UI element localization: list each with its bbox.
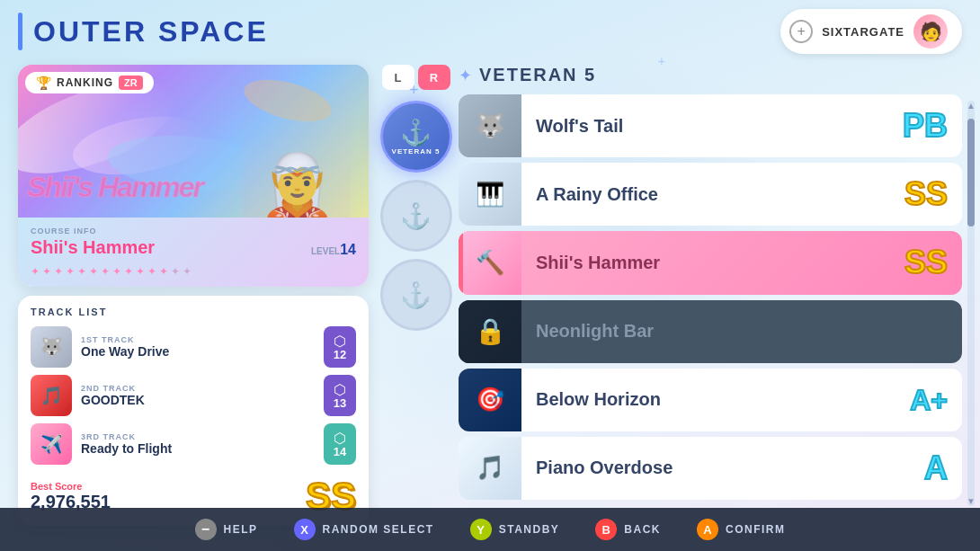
song-name-neonlight: Neonlight Bar (536, 321, 654, 342)
track-2-order: 2ND TRACK (81, 384, 315, 393)
song-item-wolfs-tail[interactable]: 🐺 Wolf's Tail PB (459, 94, 962, 157)
song-grade-wolfs-tail: PB (903, 110, 948, 142)
song-item-neonlight[interactable]: 🔒 Neonlight Bar (459, 300, 962, 363)
song-content-wolfs-tail: Wolf's Tail PB (521, 110, 962, 142)
section-title: VETERAN 5 (479, 65, 596, 85)
ranking-label: RANKING (57, 76, 113, 89)
diff-icon-1: ⚓ (400, 118, 432, 147)
right-panel: ✦ VETERAN 5 ▲ ▼ 🐺 Wolf's Tail PB 🎹 A Rai… (459, 65, 962, 506)
song-item-shii-hammer[interactable]: 🔨 Shii's Hammer SS (459, 231, 962, 294)
song-item-below-horizon[interactable]: 🎯 Below Horizon A+ (459, 369, 962, 431)
track-1-badge: ⬡ 12 (324, 326, 356, 368)
track-list-label: TRACK LIST (31, 307, 356, 317)
diff-icon-2: ⚓ (400, 201, 432, 231)
track-item-1: 🐺 1ST TRACK One Way Drive ⬡ 12 (31, 326, 356, 368)
stars-row: ✦ ✦ ✦ ✦ ✦ ✦ ✦ ✦ ✦ ✦ ✦ ✦ ✦ ✦ (31, 265, 356, 278)
top-bar: OUTER SPACE + SIXTARGATE 🧑 (0, 0, 980, 63)
track-2-level: 13 (334, 397, 346, 409)
song-grade-shii-hammer: SS (904, 246, 948, 279)
track-3-name: Ready to Flight (81, 441, 315, 456)
track-list-panel: TRACK LIST 🐺 1ST TRACK One Way Drive ⬡ 1… (18, 296, 369, 526)
song-thumb-wolfs-tail: 🐺 (459, 94, 521, 157)
left-panel: 🧝 Shii's Hammer 🏆 RANKING ZR COURSE INFO… (18, 65, 369, 526)
song-thumb-below-horizon: 🎯 (459, 369, 521, 431)
section-header: ✦ VETERAN 5 (459, 65, 962, 85)
confirm-button[interactable]: A CONFIRM (697, 519, 786, 540)
course-name: Shii's Hammer (31, 237, 155, 258)
standby-button[interactable]: Y STANDBY (470, 519, 560, 540)
track-thumb-3: ✈️ (31, 423, 72, 465)
page-title-area: OUTER SPACE (18, 13, 269, 50)
song-content-rainy-office: A Rainy Office SS (521, 178, 962, 210)
track-item-3: ✈️ 3RD TRACK Ready to Flight ⬡ 14 (31, 423, 356, 465)
track-info-1: 1ST TRACK One Way Drive (81, 335, 315, 359)
difficulty-selector[interactable]: L R ⚓ VETERAN 5 ⚓ ⚓ (373, 65, 459, 331)
song-content-neonlight: Neonlight Bar (521, 321, 962, 342)
track-1-order: 1ST TRACK (81, 335, 315, 344)
b-icon: B (595, 519, 617, 540)
active-indicator (459, 231, 463, 294)
song-grade-below-horizon: A+ (910, 386, 948, 414)
standby-label: STANDBY (499, 523, 560, 536)
ranking-badge: 🏆 RANKING ZR (25, 72, 154, 93)
track-2-badge: ⬡ 13 (324, 375, 356, 416)
song-item-rainy-office[interactable]: 🎹 A Rainy Office SS (459, 163, 962, 226)
song-content-below-horizon: Below Horizon A+ (521, 386, 962, 414)
random-select-button[interactable]: X RANDOM SELECT (294, 519, 434, 540)
song-grade-piano-overdose: A (924, 452, 948, 484)
track-1-level: 12 (334, 349, 346, 360)
song-list: 🐺 Wolf's Tail PB 🎹 A Rainy Office SS 🔨 S… (459, 94, 962, 500)
song-item-piano-overdose[interactable]: 🎵 Piano Overdose A (459, 437, 962, 500)
track-3-level: 14 (334, 446, 346, 458)
song-thumb-shii-hammer: 🔨 (459, 231, 521, 294)
lock-overlay: 🔒 (459, 300, 521, 363)
diff-icon-3: ⚓ (400, 280, 432, 310)
scrollbar-thumb[interactable] (967, 119, 975, 227)
track-thumb-2: 🎵 (31, 375, 72, 416)
ranking-icon: 🏆 (36, 76, 51, 90)
user-profile[interactable]: + SIXTARGATE 🧑 (780, 9, 962, 54)
scrollbar-track[interactable]: ▲ ▼ (967, 101, 975, 506)
bottom-bar: − HELP X RANDOM SELECT Y STANDBY B BACK … (0, 508, 980, 551)
x-icon: X (294, 519, 316, 540)
tab-l[interactable]: L (382, 65, 414, 90)
track-3-order: 3RD TRACK (81, 432, 315, 441)
diff-label-1: VETERAN 5 (392, 147, 441, 156)
section-sparkle: ✦ (459, 66, 472, 85)
course-card-header: 🧝 Shii's Hammer 🏆 RANKING ZR (18, 65, 369, 218)
y-icon: Y (470, 519, 492, 540)
back-button[interactable]: B BACK (595, 519, 661, 540)
page-title: OUTER SPACE (33, 15, 269, 49)
level-display: LEVEL14 (311, 242, 356, 258)
track-info-3: 3RD TRACK Ready to Flight (81, 432, 315, 456)
song-name-rainy-office: A Rainy Office (536, 184, 658, 205)
a-icon: A (697, 519, 718, 540)
track-info-2: 2ND TRACK GOODTEK (81, 384, 315, 407)
song-content-shii-hammer: Shii's Hammer SS (521, 246, 962, 279)
course-info-label: COURSE INFO (31, 227, 356, 236)
track-3-badge: ⬡ 14 (324, 423, 356, 465)
difficulty-veteran5[interactable]: ⚓ VETERAN 5 (380, 101, 452, 173)
user-name: SIXTARGATE (822, 25, 904, 39)
minus-icon: − (195, 519, 217, 540)
track-item-2: 🎵 2ND TRACK GOODTEK ⬡ 13 (31, 375, 356, 416)
song-name-below-horizon: Below Horizon (536, 389, 661, 410)
track-2-name: GOODTEK (81, 393, 315, 407)
user-avatar: 🧑 (913, 14, 948, 49)
back-label: BACK (624, 523, 661, 536)
tab-r[interactable]: R (418, 65, 450, 90)
track-thumb-1: 🐺 (31, 326, 72, 368)
song-thumb-rainy-office: 🎹 (459, 163, 521, 226)
track-1-name: One Way Drive (81, 344, 315, 359)
help-button[interactable]: − HELP (195, 519, 258, 540)
song-thumb-neonlight: 🔒 (459, 300, 521, 363)
song-grade-rainy-office: SS (904, 178, 948, 210)
difficulty-level2[interactable]: ⚓ (380, 180, 452, 252)
course-card: 🧝 Shii's Hammer 🏆 RANKING ZR COURSE INFO… (18, 65, 369, 287)
difficulty-level3[interactable]: ⚓ (380, 259, 452, 331)
user-add-icon[interactable]: + (789, 20, 813, 43)
confirm-label: CONFIRM (726, 523, 786, 536)
song-name-shii-hammer: Shii's Hammer (536, 253, 660, 273)
song-name-wolfs-tail: Wolf's Tail (536, 116, 623, 137)
course-title-area: COURSE INFO Shii's Hammer LEVEL14 ✦ ✦ ✦ … (18, 218, 369, 287)
